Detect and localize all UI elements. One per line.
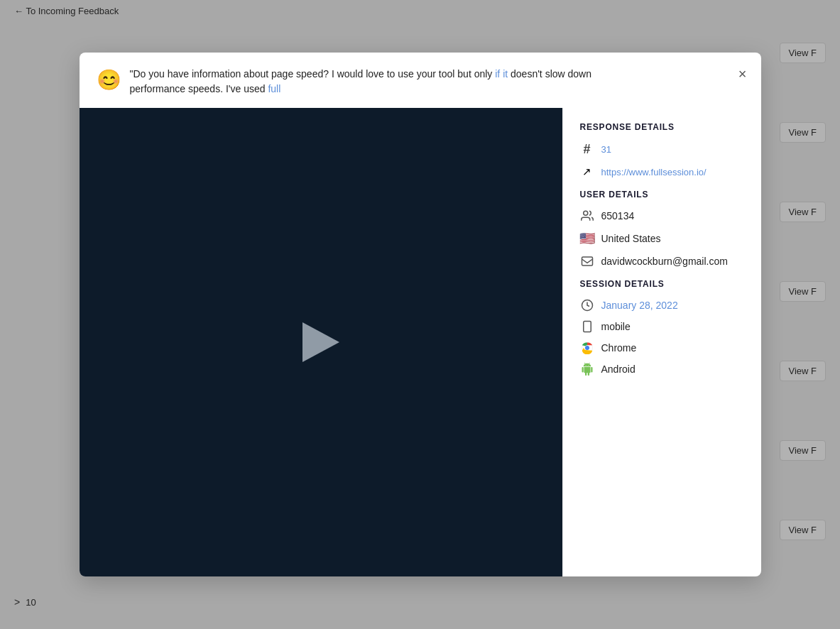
response-url[interactable]: https://www.fullsession.io/ [601,167,707,177]
session-os: Android [601,363,636,375]
session-device: mobile [601,321,631,332]
user-icon [580,209,594,222]
user-email: davidwcockburn@gmail.com [601,256,728,267]
feedback-text-part1: "Do you have information about page spee… [130,68,496,80]
feedback-highlight-1: if it [495,68,508,80]
response-details-title: RESPONSE DETAILS [580,122,744,132]
session-os-row: Android [580,363,744,376]
modal-header: 😊 "Do you have information about page sp… [80,53,761,108]
feedback-emoji: 😊 [97,68,121,92]
mobile-icon [580,320,594,333]
play-button[interactable] [302,322,339,362]
response-url-row: ↗ https://www.fullsession.io/ [580,165,744,178]
user-country: United States [601,233,661,244]
feedback-text: "Do you have information about page spee… [130,67,599,97]
session-device-row: mobile [580,320,744,333]
session-details-title: SESSION DETAILS [580,279,744,289]
chrome-icon [580,341,594,354]
clock-icon [580,299,594,312]
svg-point-0 [583,211,587,215]
response-number: 31 [601,144,611,155]
modal-overlay: 😊 "Do you have information about page sp… [0,0,840,629]
user-email-row: davidwcockburn@gmail.com [580,255,744,268]
svg-point-7 [585,346,589,350]
session-browser: Chrome [601,342,637,354]
session-date[interactable]: January 28, 2022 [601,300,678,311]
modal-body: RESPONSE DETAILS # 31 ↗ https://www.full… [80,108,761,576]
video-player[interactable] [80,108,562,576]
email-icon [580,255,594,268]
close-button[interactable]: × [736,64,750,84]
user-id-row: 650134 [580,209,744,222]
flag-icon: 🇺🇸 [580,231,594,246]
details-panel: RESPONSE DETAILS # 31 ↗ https://www.full… [562,108,761,576]
android-icon [580,363,594,376]
session-browser-row: Chrome [580,341,744,354]
link-icon: ↗ [580,165,594,178]
modal: 😊 "Do you have information about page sp… [80,53,761,576]
hash-icon: # [580,142,594,157]
session-date-row: January 28, 2022 [580,299,744,312]
response-number-row: # 31 [580,142,744,157]
user-id: 650134 [601,210,635,221]
user-details-title: USER DETAILS [580,190,744,199]
user-country-row: 🇺🇸 United States [580,231,744,246]
feedback-highlight-2: full [268,83,280,94]
svg-rect-1 [582,257,592,266]
